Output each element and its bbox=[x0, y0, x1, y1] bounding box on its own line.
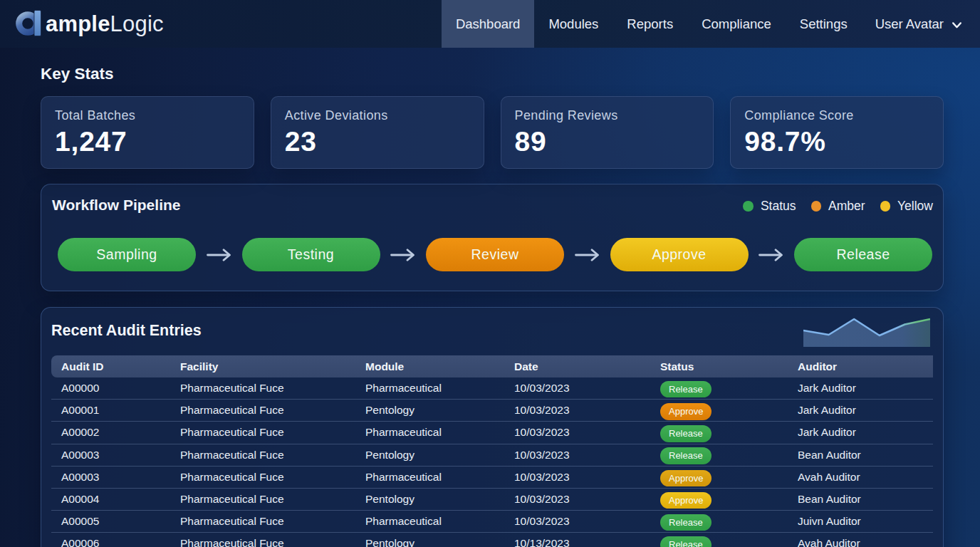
cell-status: Approve bbox=[650, 467, 788, 489]
pipeline-stages: Sampling Testing bbox=[58, 238, 932, 271]
stage-cell: Review bbox=[426, 238, 610, 271]
legend-label: Status bbox=[761, 199, 796, 214]
cell-module: Pentology bbox=[355, 444, 504, 467]
pipeline-stage-button[interactable]: Testing bbox=[242, 238, 380, 271]
pipeline-stage-button[interactable]: Sampling bbox=[58, 238, 196, 271]
cell-status: Release bbox=[650, 377, 788, 400]
key-stats-row: Total Batches 1,247 Active Deviations 23… bbox=[41, 96, 944, 169]
cell-auditor: Jark Auditor bbox=[788, 400, 933, 422]
audit-table-row[interactable]: A00003 Pharmaceutical Fuce Pharmaceutica… bbox=[51, 467, 933, 489]
nav-item[interactable]: Modules bbox=[534, 0, 612, 48]
status-badge: Release bbox=[660, 381, 711, 398]
stage-cell: Sampling bbox=[58, 238, 242, 271]
audit-table-row[interactable]: A00000 Pharmaceutical Fuce Pharmaceutica… bbox=[51, 377, 933, 400]
audit-table-row[interactable]: A00005 Pharmaceutical Fuce Pharmaceutica… bbox=[51, 511, 933, 533]
status-badge: Approve bbox=[660, 470, 711, 487]
status-badge: Approve bbox=[660, 403, 711, 420]
legend-item: Yellow bbox=[880, 199, 933, 214]
cell-status: Release bbox=[650, 444, 788, 467]
pipeline-stage-button[interactable]: Approve bbox=[610, 238, 749, 271]
cell-module: Pharmaceutical bbox=[355, 377, 504, 400]
audit-table-header-cell: Facility bbox=[170, 355, 355, 377]
legend-dot-icon bbox=[811, 201, 822, 212]
cell-audit-id: A00000 bbox=[51, 377, 170, 400]
cell-date: 10/03/2023 bbox=[504, 467, 650, 489]
audit-table-row[interactable]: A00004 Pharmaceutical Fuce Pentology 10/… bbox=[51, 489, 933, 511]
nav-item[interactable]: Settings bbox=[786, 0, 862, 48]
nav-item[interactable]: Reports bbox=[612, 0, 687, 48]
cell-auditor: Bean Auditor bbox=[788, 489, 933, 511]
audit-table-header-cell: Date bbox=[504, 355, 650, 377]
dashboard-content: Key Stats Total Batches 1,247 Active Dev… bbox=[0, 65, 980, 547]
legend-label: Yellow bbox=[897, 199, 933, 214]
audit-table-header-row: Audit ID Facility Module Date Status Aud… bbox=[51, 355, 933, 377]
audit-table: Audit ID Facility Module Date Status Aud… bbox=[51, 355, 933, 547]
audit-table-body: A00000 Pharmaceutical Fuce Pharmaceutica… bbox=[51, 377, 933, 547]
stat-card: Total Batches 1,247 bbox=[41, 96, 254, 169]
audit-table-row[interactable]: A00006 Pharmaceutical Fuce Pentology 10/… bbox=[51, 533, 933, 547]
stat-card: Pending Reviews 89 bbox=[501, 96, 714, 169]
audit-table-header-cell: Module bbox=[355, 355, 504, 377]
recent-audit-title: Recent Audit Entries bbox=[51, 321, 202, 340]
pipeline-legend: Status Amber Yellow bbox=[743, 199, 933, 214]
cell-date: 10/13/2023 bbox=[504, 533, 650, 547]
cell-facility: Pharmaceutical Fuce bbox=[170, 400, 355, 422]
stage-cell: Approve bbox=[610, 238, 795, 271]
stage-cell: Release bbox=[794, 238, 932, 271]
cell-date: 10/03/2023 bbox=[504, 444, 650, 467]
status-badge: Release bbox=[660, 514, 711, 531]
cell-auditor: Avah Auditor bbox=[788, 467, 933, 489]
stat-card-value: 1,247 bbox=[55, 126, 239, 157]
amplelogic-logo-icon bbox=[16, 10, 43, 36]
status-badge: Release bbox=[660, 447, 711, 464]
cell-date: 10/03/2023 bbox=[504, 400, 650, 422]
nav-item[interactable]: Dashboard bbox=[442, 0, 535, 48]
audit-table-row[interactable]: A00001 Pharmaceutical Fuce Pentology 10/… bbox=[51, 400, 933, 422]
nav-item[interactable]: Compliance bbox=[687, 0, 786, 48]
status-badge: Release bbox=[660, 536, 711, 547]
recent-audit-panel: Recent Audit Entries bbox=[41, 307, 944, 547]
status-badge: Approve bbox=[660, 492, 711, 509]
pipeline-stage-button[interactable]: Review bbox=[426, 238, 564, 271]
flow-arrow-icon bbox=[564, 249, 610, 261]
audit-table-row[interactable]: A00002 Pharmaceutical Fuce Pharmaceutica… bbox=[51, 422, 933, 444]
workflow-pipeline-title: Workflow Pipeline bbox=[52, 197, 180, 214]
workflow-pipeline-panel: Workflow Pipeline Status Amber Yello bbox=[41, 184, 944, 291]
cell-facility: Pharmaceutical Fuce bbox=[170, 511, 355, 533]
cell-audit-id: A00006 bbox=[51, 533, 170, 547]
audit-table-row[interactable]: A00003 Pharmaceutical Fuce Pentology 10/… bbox=[51, 444, 933, 467]
flow-arrow-icon bbox=[196, 249, 242, 261]
logo-text-bold: ample bbox=[46, 11, 110, 36]
cell-auditor: Avah Auditor bbox=[788, 533, 933, 547]
cell-facility: Pharmaceutical Fuce bbox=[170, 444, 355, 467]
app-logo-text: ampleLogic bbox=[46, 11, 164, 37]
legend-item: Status bbox=[743, 199, 796, 214]
logo-text-light: Logic bbox=[110, 11, 164, 36]
cell-module: Pharmaceutical bbox=[355, 467, 504, 489]
cell-auditor: Jark Auditor bbox=[788, 377, 933, 400]
pipeline-stage-button[interactable]: Release bbox=[794, 238, 932, 271]
cell-date: 10/03/2023 bbox=[504, 377, 650, 400]
stat-card-label: Pending Reviews bbox=[515, 108, 699, 123]
cell-date: 10/03/2023 bbox=[504, 422, 650, 444]
chevron-down-icon bbox=[952, 22, 961, 28]
cell-audit-id: A00005 bbox=[51, 511, 170, 533]
stat-card: Compliance Score 98.7% bbox=[730, 96, 944, 169]
stat-card-value: 23 bbox=[285, 126, 469, 157]
cell-module: Pentology bbox=[355, 489, 504, 511]
cell-auditor: Jark Auditor bbox=[788, 422, 933, 444]
user-menu[interactable]: User Avatar bbox=[862, 0, 961, 48]
cell-module: Pharmaceutical bbox=[355, 511, 504, 533]
stat-card-label: Total Batches bbox=[55, 108, 239, 123]
stat-card-value: 98.7% bbox=[744, 126, 929, 157]
stage-cell: Testing bbox=[242, 238, 427, 271]
status-badge: Release bbox=[660, 425, 711, 442]
flow-arrow-icon bbox=[380, 249, 427, 261]
cell-status: Release bbox=[650, 533, 788, 547]
cell-module: Pentology bbox=[355, 400, 504, 422]
cell-date: 10/03/2023 bbox=[504, 511, 650, 533]
cell-status: Approve bbox=[650, 400, 788, 422]
legend-label: Amber bbox=[828, 199, 865, 214]
cell-status: Release bbox=[650, 511, 788, 533]
app-logo: ampleLogic bbox=[16, 11, 164, 37]
